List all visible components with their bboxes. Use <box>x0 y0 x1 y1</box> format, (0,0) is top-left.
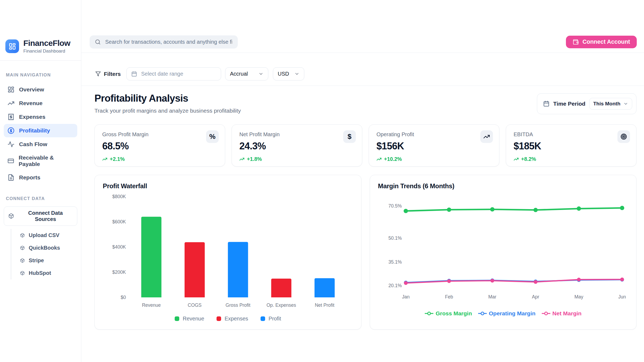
legend-swatch <box>175 316 179 321</box>
currency-select[interactable]: USD <box>273 67 304 80</box>
page-subtitle: Track your profit margins and analyze bu… <box>94 108 241 114</box>
connect-data-sources-button[interactable]: Connect Data Sources <box>4 206 77 226</box>
sidebar-item-reports[interactable]: Reports <box>4 171 77 184</box>
grid-icon <box>9 43 16 50</box>
currency-value: USD <box>278 71 289 77</box>
connect-item-hubspot[interactable]: HubSpot <box>11 267 77 279</box>
accounting-basis-select[interactable]: Accrual <box>225 67 268 80</box>
time-period-select[interactable]: This Month <box>589 98 632 110</box>
sidebar-item-label: Reports <box>19 174 40 181</box>
dollar-circle-icon <box>8 127 14 134</box>
kpi-card-gross-profit-margin: Gross Profit Margin%68.5%+2.1% <box>94 124 225 167</box>
margins-x-label: Jun <box>618 294 626 300</box>
waterfall-bar-revenue <box>141 217 161 297</box>
connect-account-button[interactable]: Connect Account <box>566 36 637 48</box>
trending-up-icon <box>480 130 493 143</box>
nav-section-label: MAIN NAVIGATION <box>6 72 77 77</box>
grid-icon <box>8 86 14 93</box>
sidebar-item-revenue[interactable]: Revenue <box>4 97 77 110</box>
date-range-input-wrapper <box>126 67 221 80</box>
waterfall-chart: $800K$600K$400K$200K$0RevenueCOGSGross P… <box>103 190 353 313</box>
target-icon <box>620 133 627 140</box>
sidebar-item-expenses[interactable]: Expenses <box>4 110 77 124</box>
activity-icon <box>8 141 14 148</box>
time-period-control: Time Period This Month <box>537 93 636 114</box>
sidebar-item-label: Overview <box>19 86 44 93</box>
waterfall-y-tick: $0 <box>121 295 126 300</box>
kpi-change: +8.2% <box>514 156 629 162</box>
margins-legend-item-gross-margin: Gross Margin <box>425 310 472 317</box>
trending-up-icon <box>102 157 107 162</box>
waterfall-legend-item-revenue: Revenue <box>175 316 204 322</box>
calendar-icon <box>131 71 137 77</box>
chevron-down-icon <box>294 71 299 76</box>
kpi-value: $156K <box>376 141 492 152</box>
margin-trends-legend: Gross MarginOperating MarginNet Margin <box>378 310 628 317</box>
margins-point-net-margin <box>620 278 624 281</box>
time-period-label: Time Period <box>553 101 586 107</box>
profit-waterfall-panel: Profit Waterfall $800K$600K$400K$200K$0R… <box>94 175 361 330</box>
trending-up-icon <box>376 157 382 162</box>
date-range-input[interactable] <box>141 71 216 77</box>
connect-item-upload-csv[interactable]: Upload CSV <box>11 229 77 242</box>
waterfall-y-tick: $200K <box>112 269 126 275</box>
margins-point-gross-margin <box>490 207 494 212</box>
filters-button[interactable]: Filters <box>95 71 121 77</box>
waterfall-chart-title: Profit Waterfall <box>103 182 353 190</box>
filter-bar: Filters Accrual USD <box>81 53 644 86</box>
margins-y-tick: 35.1% <box>388 259 402 265</box>
chevron-down-icon <box>258 71 264 76</box>
sidebar-item-label: Profitability <box>19 127 50 134</box>
waterfall-bar-cogs <box>185 242 205 297</box>
sidebar-item-label: Expenses <box>19 114 45 120</box>
margins-y-tick: 70.5% <box>388 203 402 209</box>
kpi-card-operating-profit: Operating Profit$156K+10.2% <box>369 124 499 167</box>
margins-point-gross-margin <box>447 208 451 212</box>
wallet-icon <box>573 39 579 45</box>
waterfall-legend-item-expenses: Expenses <box>217 316 248 322</box>
waterfall-legend: RevenueExpensesProfit <box>103 316 353 322</box>
topbar: Connect Account <box>81 0 644 53</box>
calendar-icon <box>543 101 550 107</box>
margins-point-gross-margin <box>577 206 581 211</box>
sidebar-item-overview[interactable]: Overview <box>4 83 77 96</box>
page-head: Profitability Analysis Track your profit… <box>94 93 636 114</box>
box-icon <box>8 213 14 219</box>
waterfall-y-tick: $800K <box>112 194 126 199</box>
connect-account-label: Connect Account <box>583 39 630 45</box>
search-input[interactable] <box>105 39 233 45</box>
sidebar-item-cash-flow[interactable]: Cash Flow <box>4 138 77 151</box>
waterfall-bar-net-profit <box>314 278 335 297</box>
margins-line-net-margin <box>406 279 622 283</box>
connect-item-label: Upload CSV <box>29 232 59 238</box>
funnel-icon <box>95 71 101 77</box>
page-title: Profitability Analysis <box>94 93 241 104</box>
margin-trends-chart: 70.5%50.1%35.1%20.1%JanFebMarAprMayJun <box>378 190 628 305</box>
margins-y-tick: 20.1% <box>388 283 402 288</box>
waterfall-bar-gross-profit <box>228 242 248 297</box>
sidebar-item-profitability[interactable]: Profitability <box>4 124 77 137</box>
waterfall-legend-item-profit: Profit <box>261 316 281 322</box>
sidebar-item-receivable-payable[interactable]: Receivable & Payable <box>4 151 77 171</box>
legend-swatch <box>217 316 221 321</box>
brand-subtitle: Financial Dashboard <box>23 49 70 54</box>
margins-point-net-margin <box>404 281 408 285</box>
margins-point-gross-margin <box>620 206 624 210</box>
trending-up-icon <box>514 157 519 162</box>
sidebar-item-label: Cash Flow <box>19 141 47 147</box>
percent-icon: % <box>206 130 219 143</box>
connect-item-quickbooks[interactable]: QuickBooks <box>11 242 77 254</box>
connect-item-stripe[interactable]: Stripe <box>11 254 77 267</box>
waterfall-y-tick: $600K <box>112 219 126 224</box>
filters-label: Filters <box>104 71 121 77</box>
kpi-title: Net Profit Margin <box>239 131 354 138</box>
margins-point-net-margin <box>577 278 581 282</box>
box-icon <box>20 271 25 275</box>
waterfall-x-label: Net Profit <box>315 302 334 308</box>
box-icon <box>20 258 25 263</box>
margins-x-label: Jan <box>402 294 409 300</box>
dollar-icon: $ <box>343 130 356 143</box>
margins-x-label: Apr <box>532 294 539 300</box>
app-root: FinanceFlow Financial Dashboard MAIN NAV… <box>0 0 644 362</box>
margins-point-gross-margin <box>404 209 408 213</box>
